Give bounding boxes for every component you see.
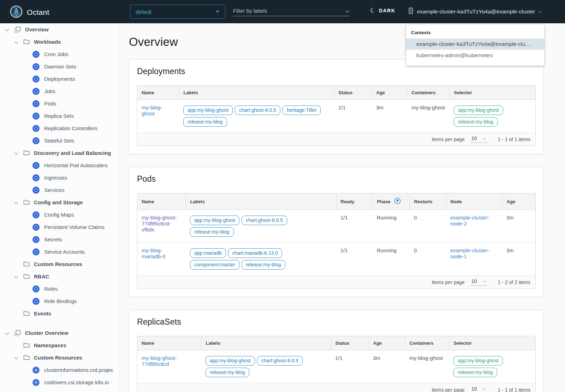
age-cell: 3m: [502, 210, 535, 243]
label-filter-input[interactable]: [233, 8, 332, 14]
label-pill[interactable]: app:mariadb: [190, 248, 226, 258]
chevron-down-icon[interactable]: [5, 331, 9, 335]
chevron-down-icon[interactable]: [345, 9, 350, 13]
namespace-select[interactable]: default: [130, 5, 225, 19]
sidebar-item-clusterinformations[interactable]: clusterinformations.crd.projec: [0, 364, 120, 376]
sidebar-item-role-bindings[interactable]: Role Bindings: [0, 295, 120, 307]
sidebar-item-jobs[interactable]: Jobs: [0, 85, 120, 97]
top-navbar: Octant default ☾ DARK example-cluster-ka…: [0, 0, 565, 23]
sidebar-item-service-accounts[interactable]: Service Accounts: [0, 246, 120, 258]
label-pill[interactable]: release:my-blog: [242, 260, 285, 270]
sidebar-item-roles[interactable]: Roles: [0, 283, 120, 295]
items-per-page-select[interactable]: 10: [470, 386, 488, 392]
column-header: Labels: [201, 336, 331, 350]
folder-icon: [23, 274, 30, 279]
sidebar-item-cluster-overview[interactable]: Cluster Overview: [0, 327, 120, 339]
column-header: Name: [137, 193, 186, 210]
hpa-icon: [32, 162, 40, 169]
sidebar-item-secrets[interactable]: Secrets: [0, 233, 120, 246]
octant-app: Octant default ☾ DARK example-cluster-ka…: [0, 0, 565, 392]
sidebar-item-custom-resources[interactable]: Custom Resources: [0, 258, 120, 270]
items-per-page-label: Items per page: [432, 137, 464, 142]
sidebar-item-stateful-sets[interactable]: Stateful Sets: [0, 134, 120, 147]
node-link[interactable]: example-cluster-node-1: [450, 247, 489, 259]
sidebar-item-ingresses[interactable]: Ingresses: [0, 171, 120, 184]
chevron-down-icon[interactable]: [5, 28, 9, 32]
chevron-down-icon[interactable]: [14, 356, 18, 360]
label-pill[interactable]: heritage:Tiller: [282, 105, 321, 115]
replicaset-link[interactable]: my-blog-ghost-77df85c6cd: [142, 355, 177, 367]
context-label: example-cluster-ka3TuTzYo4a@example-clus…: [417, 8, 535, 15]
folder-icon: [23, 39, 30, 44]
ready-cell: 1/1: [336, 210, 373, 243]
selector-pill[interactable]: app:my-blog-ghost: [454, 105, 503, 115]
sidebar-item-deployments[interactable]: Deployments: [0, 73, 120, 85]
sidebar-item-label: Workloads: [34, 39, 61, 45]
selector-pill[interactable]: release:my-blog: [454, 117, 498, 127]
sidebar-item-pods[interactable]: Pods: [0, 97, 120, 110]
sidebar-nav: Overview Workloads Cron Jobs Daemon Sets…: [0, 23, 120, 392]
sidebar-item-cron-jobs[interactable]: Cron Jobs: [0, 48, 120, 60]
sidebar-item-workloads[interactable]: Workloads: [0, 36, 120, 48]
label-pill[interactable]: app:my-blog-ghost: [206, 356, 255, 366]
label-pill[interactable]: release:my-blog: [206, 368, 249, 377]
sidebar-item-services[interactable]: Services: [0, 184, 120, 196]
sidebar-item-config-and-storage[interactable]: Config and Storage: [0, 196, 120, 209]
sidebar-item-daemon-sets[interactable]: Daemon Sets: [0, 60, 120, 73]
sidebar-item-overview[interactable]: Overview: [0, 23, 120, 36]
node-link[interactable]: example-cluster-node-2: [450, 215, 489, 227]
brand: Octant: [9, 5, 49, 20]
sidebar-item-namespaces[interactable]: Namespaces: [0, 339, 120, 351]
pagination-range: 1 - 1 of 1 items: [498, 137, 530, 142]
items-per-page-select[interactable]: 10: [470, 135, 488, 143]
selector-pill[interactable]: app:my-blog-ghost: [453, 356, 503, 366]
sidebar-item-config-maps[interactable]: Config Maps: [0, 209, 120, 221]
pods-card: Pods Name Labels Ready Phase R: [129, 167, 544, 297]
label-pill[interactable]: chart:ghost-8.0.5: [257, 356, 303, 366]
context-chooser[interactable]: example-cluster-ka3TuTzYo4a@example-clus…: [408, 7, 542, 16]
sidebar-item-replica-sets[interactable]: Replica Sets: [0, 110, 120, 122]
context-option[interactable]: kubernetes-admin@kubernetes: [406, 50, 544, 61]
filter-funnel-icon[interactable]: [394, 198, 401, 205]
chevron-down-icon[interactable]: [14, 151, 18, 155]
label-pill[interactable]: chart:ghost-8.0.5: [242, 216, 287, 225]
sidebar-item-rbac[interactable]: RBAC: [0, 270, 120, 283]
label-pill[interactable]: release:my-blog: [183, 117, 227, 127]
label-pill[interactable]: chart:mariadb-6.13.0: [228, 248, 282, 258]
pod-link[interactable]: my-blog-ghost-77df85c6cd-vf6dx: [142, 215, 177, 233]
services-icon: [32, 187, 40, 194]
context-option-selected[interactable]: example-cluster-ka3TuTzYo4a@example-clu…: [406, 38, 544, 50]
moon-icon: ☾: [369, 6, 377, 14]
items-per-page-label: Items per page: [432, 279, 464, 285]
pod-link[interactable]: my-blog-mariadb-0: [142, 247, 166, 259]
restarts-cell: 0: [410, 243, 446, 276]
label-pill[interactable]: component:master: [190, 260, 239, 270]
label-pill[interactable]: app:my-blog-ghost: [190, 216, 239, 225]
sidebar-item-persistent-volume-claims[interactable]: Persistent Volume Claims: [0, 221, 120, 233]
chevron-down-icon[interactable]: [14, 200, 18, 205]
age-cell: 3m: [502, 243, 535, 276]
contexts-dropdown: Contexts example-cluster-ka3TuTzYo4a@exa…: [406, 25, 544, 66]
phase-cell: Running: [373, 243, 410, 276]
label-pill[interactable]: chart:ghost-8.0.5: [235, 105, 280, 115]
items-per-page-select[interactable]: 10: [470, 278, 488, 286]
chevron-down-icon[interactable]: [14, 275, 18, 279]
service-accounts-icon: [32, 248, 40, 255]
sidebar-item-replication-controllers[interactable]: Replication Controllers: [0, 122, 120, 134]
folder-icon: [23, 355, 30, 360]
folder-icon: [23, 200, 30, 205]
label-pill[interactable]: app:my-blog-ghost: [183, 105, 233, 115]
selector-pill[interactable]: release:my-blog: [453, 368, 497, 377]
sidebar-item-cluster-custom-resources[interactable]: Custom Resources: [0, 351, 120, 364]
pods-title: Pods: [137, 174, 536, 184]
theme-toggle[interactable]: ☾ DARK: [370, 7, 396, 14]
label-pill[interactable]: release:my-blog: [190, 227, 234, 237]
sidebar-item-events[interactable]: Events: [0, 307, 120, 320]
column-header: Selector: [449, 336, 535, 350]
sidebar-item-csidrivers[interactable]: csidrivers.csi.storage.k8s.io: [0, 376, 120, 388]
sidebar-item-discovery-and-load-balancing[interactable]: Discovery and Load Balancing: [0, 147, 120, 159]
sidebar-item-horizontal-pod-autoscalers[interactable]: Horizontal Pod Autoscalers: [0, 159, 120, 171]
deployment-link[interactable]: my-blog-ghost: [142, 104, 162, 116]
chevron-down-icon: [483, 279, 487, 283]
chevron-down-icon[interactable]: [14, 40, 18, 44]
